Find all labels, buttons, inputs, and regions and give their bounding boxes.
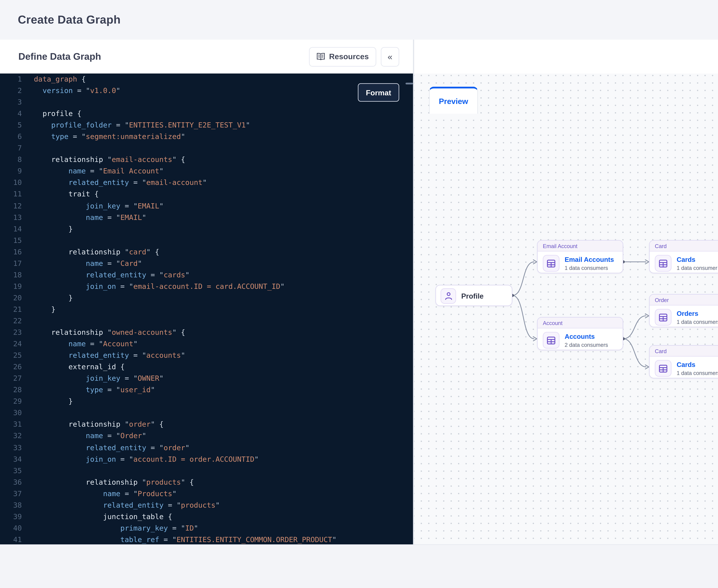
- line-number: 33: [0, 442, 22, 453]
- code-editor[interactable]: 1data_graph {2 version = "v1.0.0"34 prof…: [0, 74, 413, 544]
- line-number: 19: [0, 281, 22, 292]
- code-line: 6 type = "segment:unmaterialized": [0, 131, 413, 143]
- tab-preview-label: Preview: [439, 97, 468, 105]
- code-line: 40 primary_key = "ID": [0, 522, 413, 534]
- code-line: 21 }: [0, 304, 413, 315]
- code-line: 33 related_entity = "order": [0, 442, 413, 453]
- panel-resize-handle[interactable]: [406, 83, 413, 84]
- node-title-link[interactable]: Orders: [677, 309, 718, 317]
- code-text: [22, 235, 34, 246]
- line-number: 13: [0, 212, 22, 223]
- code-line: 34 join_on = "account.ID = order.ACCOUNT…: [0, 453, 413, 465]
- node-title-link[interactable]: Cards: [677, 360, 718, 369]
- code-line: 27 join_key = "OWNER": [0, 373, 413, 384]
- code-line: 9 name = "Email Account": [0, 166, 413, 177]
- code-text: relationship "email-accounts" {: [22, 154, 185, 166]
- code-text: relationship "products" {: [22, 477, 194, 488]
- code-line: 38 related_entity = "products": [0, 499, 413, 511]
- node-body: Orders1 data consumers: [650, 306, 718, 329]
- profile-node-label: Profile: [461, 292, 484, 300]
- line-number: 17: [0, 258, 22, 269]
- table-icon-tile: [655, 309, 672, 326]
- line-number: 20: [0, 292, 22, 304]
- node-body: Cards1 data consumer: [650, 252, 718, 275]
- line-number: 22: [0, 315, 22, 327]
- graph-node-card-bottom[interactable]: CardCards1 data consumers: [649, 345, 718, 378]
- graph-node-order[interactable]: OrderOrders1 data consumers: [649, 294, 718, 327]
- table-icon-tile: [543, 255, 559, 272]
- subheader-row: Define Data Graph Resources « Preview: [0, 40, 718, 74]
- code-line: 3: [0, 97, 413, 108]
- node-title-link[interactable]: Cards: [677, 255, 717, 263]
- node-body: Email Accounts1 data consumers: [538, 252, 623, 275]
- code-line: 5 profile_folder = "ENTITIES.ENTITY_E2E_…: [0, 120, 413, 131]
- node-header-label: Card: [650, 240, 718, 252]
- code-text: trait {: [22, 189, 99, 200]
- subheader-actions: Resources «: [309, 47, 399, 66]
- graph-node-email-account[interactable]: Email AccountEmail Accounts1 data consum…: [537, 240, 623, 273]
- code-line: 4 profile {: [0, 108, 413, 120]
- node-body: Accounts2 data consumers: [538, 329, 623, 352]
- line-number: 4: [0, 108, 22, 120]
- footer-bar: Save: [0, 544, 718, 588]
- code-text: relationship "owned-accounts" {: [22, 327, 185, 338]
- code-line: 39 junction_table {: [0, 511, 413, 522]
- line-number: 7: [0, 143, 22, 154]
- code-text: name = "Card": [22, 258, 142, 269]
- table-icon-tile: [543, 332, 559, 349]
- node-consumer-count: 1 data consumer: [677, 265, 717, 271]
- code-line: 7: [0, 143, 413, 154]
- person-icon: [444, 292, 452, 300]
- line-number: 12: [0, 200, 22, 212]
- tab-preview[interactable]: Preview: [429, 87, 478, 114]
- code-text: }: [22, 304, 56, 315]
- code-line: 18 related_entity = "cards": [0, 269, 413, 281]
- code-text: version = "v1.0.0": [22, 85, 120, 97]
- resources-button[interactable]: Resources: [309, 47, 376, 66]
- code-text: [22, 315, 34, 327]
- line-number: 32: [0, 430, 22, 442]
- graph-preview-canvas[interactable]: ProfileEmail AccountEmail Accounts1 data…: [414, 74, 718, 544]
- line-number: 6: [0, 131, 22, 143]
- page-title: Create Data Graph: [18, 13, 121, 26]
- code-text: relationship "card" {: [22, 246, 159, 258]
- table-icon: [547, 259, 555, 267]
- code-text: profile {: [22, 108, 81, 120]
- code-line: 12 join_key = "EMAIL": [0, 200, 413, 212]
- line-number: 18: [0, 269, 22, 281]
- resources-button-label: Resources: [329, 52, 369, 61]
- code-text: [22, 465, 34, 476]
- code-text: table_ref = "ENTITIES.ENTITY_COMMON.ORDE…: [22, 534, 336, 545]
- code-line: 35: [0, 465, 413, 476]
- node-header-label: Card: [650, 346, 718, 357]
- code-line: 30: [0, 407, 413, 419]
- code-line: 23 relationship "owned-accounts" {: [0, 327, 413, 338]
- code-line: 28 type = "user_id": [0, 384, 413, 396]
- code-text: join_on = "account.ID = order.ACCOUNTID": [22, 453, 259, 465]
- line-number: 28: [0, 384, 22, 396]
- line-number: 27: [0, 373, 22, 384]
- graph-node-profile[interactable]: Profile: [435, 285, 512, 306]
- line-number: 25: [0, 350, 22, 361]
- code-text: related_entity = "order": [22, 442, 189, 453]
- code-line: 29 }: [0, 396, 413, 407]
- node-title-link[interactable]: Email Accounts: [565, 255, 614, 263]
- table-icon: [659, 364, 668, 372]
- line-number: 21: [0, 304, 22, 315]
- graph-node-card-top[interactable]: CardCards1 data consumer: [649, 240, 718, 273]
- code-text: name = "Email Account": [22, 166, 164, 177]
- collapse-panel-button[interactable]: «: [381, 47, 399, 66]
- code-line: 8 relationship "email-accounts" {: [0, 154, 413, 166]
- code-text: related_entity = "accounts": [22, 350, 185, 361]
- code-line: 31 relationship "order" {: [0, 419, 413, 430]
- graph-node-account[interactable]: AccountAccounts2 data consumers: [537, 317, 623, 350]
- line-number: 29: [0, 396, 22, 407]
- book-icon: [316, 53, 325, 60]
- format-button[interactable]: Format: [358, 83, 399, 102]
- create-data-graph-page: Create Data Graph Cancel Define Data Gra…: [0, 0, 718, 588]
- line-number: 16: [0, 246, 22, 258]
- line-number: 10: [0, 177, 22, 189]
- node-title-link[interactable]: Accounts: [565, 332, 608, 340]
- line-number: 36: [0, 477, 22, 488]
- line-number: 15: [0, 235, 22, 246]
